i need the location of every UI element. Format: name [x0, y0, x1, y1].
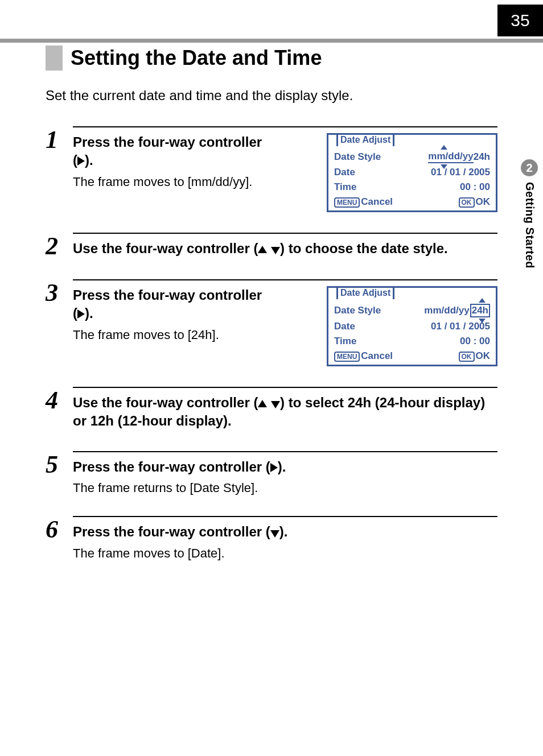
step-3: 3 Press the four-way controller (). The … — [46, 279, 497, 366]
up-arrow-icon — [479, 298, 486, 303]
step-description: The frame moves to [mm/dd/yy]. — [73, 175, 313, 189]
heading-accent-bar — [46, 46, 63, 71]
step-heading-text: Press the four-way controller ( — [73, 459, 270, 474]
right-arrow-icon — [77, 309, 85, 319]
lcd-cancel: MENUCancel — [334, 350, 393, 362]
down-arrow-icon — [271, 401, 280, 408]
lcd-hour-mode: 24h — [474, 151, 490, 163]
step-heading-text: Use the four-way controller ( — [73, 241, 258, 256]
step-heading: Press the four-way controller (). — [73, 286, 313, 323]
lcd-date-style-value: mm/dd/yy24h — [428, 151, 490, 163]
lcd-cancel: MENUCancel — [334, 196, 393, 208]
header-rule — [0, 39, 543, 43]
menu-pill-icon: MENU — [334, 352, 360, 362]
lcd-date-style-value: mm/dd/yy24h — [424, 304, 490, 317]
step-heading: Use the four-way controller ( ) to choos… — [73, 239, 497, 258]
down-arrow-icon — [479, 319, 486, 323]
lcd-date-label: Date — [334, 321, 355, 332]
step-number: 6 — [46, 516, 73, 542]
side-chapter-tab: 2 Getting Started — [516, 159, 543, 268]
lcd-cancel-label: Cancel — [361, 196, 393, 207]
step-heading: Press the four-way controller (). — [73, 458, 497, 476]
close-paren: ). — [85, 305, 93, 321]
lcd-ok-label: OK — [476, 196, 491, 207]
right-arrow-icon — [77, 156, 85, 166]
step-number: 1 — [46, 126, 73, 152]
ok-pill-icon: OK — [459, 352, 475, 362]
step-heading-text: Press the four-way controller — [73, 287, 262, 303]
lcd-time-value: 00 : 00 — [460, 336, 490, 347]
open-paren: ( — [73, 305, 77, 321]
step-heading: Press the four-way controller (). — [73, 133, 313, 170]
down-arrow-icon — [270, 530, 279, 538]
lcd-date-value: 01 / 01 / 2005 — [431, 167, 490, 178]
step-heading: Press the four-way controller (). — [73, 523, 497, 541]
lcd-ok-label: OK — [476, 350, 491, 361]
up-arrow-icon — [441, 145, 447, 150]
lcd-format: mm/dd/yy — [424, 305, 469, 316]
open-paren: ( — [73, 152, 77, 168]
step-heading-text: Press the four-way controller ( — [73, 524, 270, 539]
close-paren: ). — [279, 524, 288, 539]
up-arrow-icon — [258, 400, 267, 407]
close-paren: ). — [85, 152, 93, 168]
step-1: 1 Press the four-way controller (). The … — [46, 126, 497, 212]
step-heading: Use the four-way controller ( ) to selec… — [73, 394, 497, 431]
lcd-title: Date Adjust — [336, 133, 394, 146]
step-2: 2 Use the four-way controller ( ) to cho… — [46, 233, 497, 259]
step-heading-text: Use the four-way controller ( — [73, 395, 258, 410]
lcd-screen-date-style: Date Adjust Date Style mm/dd/yy24h Date … — [327, 133, 497, 212]
section-heading: Setting the Date and Time — [46, 46, 497, 71]
down-arrow-icon — [441, 164, 447, 169]
lcd-cancel-label: Cancel — [361, 350, 393, 361]
step-description: The frame moves to [Date]. — [73, 546, 497, 561]
step-heading-text-b: ) to choose the date style. — [280, 241, 448, 256]
step-number: 2 — [46, 233, 73, 259]
step-description: The frame moves to [24h]. — [73, 328, 313, 342]
step-4: 4 Use the four-way controller ( ) to sel… — [46, 387, 497, 431]
lcd-ok: OKOK — [459, 196, 491, 208]
lcd-title: Date Adjust — [336, 286, 394, 299]
lcd-date-style-label: Date Style — [334, 305, 381, 316]
close-paren: ). — [278, 459, 286, 474]
up-arrow-icon — [258, 246, 267, 253]
step-6: 6 Press the four-way controller (). The … — [46, 516, 497, 560]
step-5: 5 Press the four-way controller (). The … — [46, 451, 497, 495]
lcd-date-label: Date — [334, 167, 355, 178]
lcd-time-label: Time — [334, 181, 356, 193]
step-number: 5 — [46, 451, 73, 477]
lcd-ok: OKOK — [459, 350, 491, 362]
intro-text: Set the current date and time and the di… — [46, 88, 497, 104]
down-arrow-icon — [271, 247, 280, 254]
lcd-time-value: 00 : 00 — [460, 181, 490, 193]
page-number: 35 — [497, 5, 543, 36]
step-heading-text: Press the four-way controller — [73, 134, 262, 150]
chapter-number-badge: 2 — [521, 159, 538, 176]
chapter-label: Getting Started — [523, 182, 536, 268]
page-title: Setting the Date and Time — [71, 46, 322, 70]
step-number: 3 — [46, 279, 73, 305]
menu-pill-icon: MENU — [334, 197, 360, 208]
step-description: The frame returns to [Date Style]. — [73, 481, 497, 495]
lcd-time-label: Time — [334, 336, 356, 347]
lcd-hour-mode-selected: 24h — [470, 304, 490, 317]
lcd-screen-hour-mode: Date Adjust Date Style mm/dd/yy24h Date … — [327, 286, 497, 366]
step-number: 4 — [46, 387, 73, 413]
lcd-date-style-label: Date Style — [334, 151, 381, 163]
ok-pill-icon: OK — [459, 197, 475, 208]
right-arrow-icon — [270, 463, 278, 472]
lcd-format-selected: mm/dd/yy — [428, 151, 473, 163]
